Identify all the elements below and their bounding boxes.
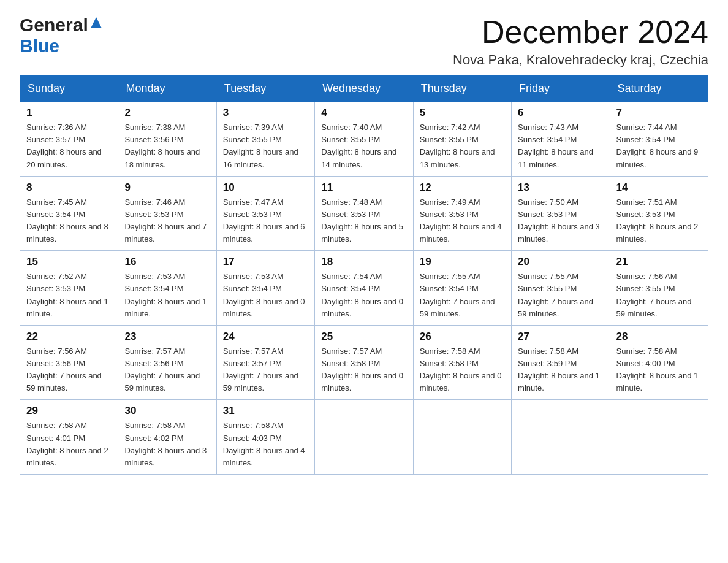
day-info: Sunrise: 7:55 AMSunset: 3:55 PMDaylight:… [518, 270, 603, 320]
calendar-cell: 18Sunrise: 7:54 AMSunset: 3:54 PMDayligh… [315, 251, 413, 326]
day-info: Sunrise: 7:50 AMSunset: 3:53 PMDaylight:… [518, 196, 603, 246]
day-number: 26 [420, 331, 505, 343]
page-header: General Blue December 2024 Nova Paka, Kr… [20, 15, 708, 68]
calendar-cell [610, 400, 708, 475]
day-number: 14 [616, 182, 702, 194]
day-info: Sunrise: 7:54 AMSunset: 3:54 PMDaylight:… [321, 270, 406, 320]
calendar-cell: 31Sunrise: 7:58 AMSunset: 4:03 PMDayligh… [216, 400, 314, 475]
calendar-cell: 5Sunrise: 7:42 AMSunset: 3:55 PMDaylight… [413, 102, 511, 177]
day-number: 23 [124, 331, 210, 343]
calendar-cell: 15Sunrise: 7:52 AMSunset: 3:53 PMDayligh… [20, 251, 118, 326]
day-number: 22 [26, 331, 112, 343]
day-number: 11 [321, 182, 406, 194]
calendar-cell: 24Sunrise: 7:57 AMSunset: 3:57 PMDayligh… [216, 325, 314, 400]
calendar-cell: 23Sunrise: 7:57 AMSunset: 3:56 PMDayligh… [118, 325, 216, 400]
day-info: Sunrise: 7:55 AMSunset: 3:54 PMDaylight:… [420, 270, 505, 320]
day-info: Sunrise: 7:46 AMSunset: 3:53 PMDaylight:… [124, 196, 210, 246]
calendar-cell: 26Sunrise: 7:58 AMSunset: 3:58 PMDayligh… [413, 325, 511, 400]
week-row-3: 15Sunrise: 7:52 AMSunset: 3:53 PMDayligh… [20, 251, 708, 326]
day-number: 6 [518, 107, 603, 119]
calendar-cell: 12Sunrise: 7:49 AMSunset: 3:53 PMDayligh… [413, 176, 511, 251]
day-info: Sunrise: 7:45 AMSunset: 3:54 PMDaylight:… [26, 196, 112, 246]
calendar-cell: 22Sunrise: 7:56 AMSunset: 3:56 PMDayligh… [20, 325, 118, 400]
day-number: 4 [321, 107, 406, 119]
day-info: Sunrise: 7:52 AMSunset: 3:53 PMDaylight:… [26, 270, 112, 320]
day-info: Sunrise: 7:58 AMSunset: 4:00 PMDaylight:… [616, 345, 702, 395]
day-info: Sunrise: 7:43 AMSunset: 3:54 PMDaylight:… [518, 121, 603, 171]
day-number: 16 [124, 256, 210, 268]
day-number: 20 [518, 256, 603, 268]
calendar-cell: 30Sunrise: 7:58 AMSunset: 4:02 PMDayligh… [118, 400, 216, 475]
calendar-cell: 29Sunrise: 7:58 AMSunset: 4:01 PMDayligh… [20, 400, 118, 475]
calendar-cell: 13Sunrise: 7:50 AMSunset: 3:53 PMDayligh… [512, 176, 610, 251]
day-info: Sunrise: 7:48 AMSunset: 3:53 PMDaylight:… [321, 196, 406, 246]
logo-general: General [20, 15, 88, 36]
calendar-cell: 20Sunrise: 7:55 AMSunset: 3:55 PMDayligh… [512, 251, 610, 326]
day-number: 17 [223, 256, 308, 268]
day-number: 3 [223, 107, 308, 119]
weekday-header-monday: Monday [118, 76, 216, 102]
day-number: 5 [420, 107, 505, 119]
calendar-cell [315, 400, 413, 475]
day-number: 2 [124, 107, 210, 119]
calendar-cell: 6Sunrise: 7:43 AMSunset: 3:54 PMDaylight… [512, 102, 610, 177]
calendar-cell [512, 400, 610, 475]
calendar-cell: 21Sunrise: 7:56 AMSunset: 3:55 PMDayligh… [610, 251, 708, 326]
logo-blue: Blue [20, 36, 59, 56]
calendar-cell: 16Sunrise: 7:53 AMSunset: 3:54 PMDayligh… [118, 251, 216, 326]
logo-triangle-icon [89, 16, 103, 29]
weekday-header-wednesday: Wednesday [315, 76, 413, 102]
weekday-header-sunday: Sunday [20, 76, 118, 102]
day-number: 19 [420, 256, 505, 268]
day-info: Sunrise: 7:56 AMSunset: 3:56 PMDaylight:… [26, 345, 112, 395]
day-info: Sunrise: 7:57 AMSunset: 3:57 PMDaylight:… [223, 345, 308, 395]
week-row-4: 22Sunrise: 7:56 AMSunset: 3:56 PMDayligh… [20, 325, 708, 400]
calendar-cell: 10Sunrise: 7:47 AMSunset: 3:53 PMDayligh… [216, 176, 314, 251]
calendar-cell: 3Sunrise: 7:39 AMSunset: 3:55 PMDaylight… [216, 102, 314, 177]
day-info: Sunrise: 7:36 AMSunset: 3:57 PMDaylight:… [26, 121, 112, 171]
day-number: 7 [616, 107, 702, 119]
day-info: Sunrise: 7:38 AMSunset: 3:56 PMDaylight:… [124, 121, 210, 171]
calendar-cell: 14Sunrise: 7:51 AMSunset: 3:53 PMDayligh… [610, 176, 708, 251]
calendar-cell: 2Sunrise: 7:38 AMSunset: 3:56 PMDaylight… [118, 102, 216, 177]
day-info: Sunrise: 7:58 AMSunset: 4:03 PMDaylight:… [223, 419, 308, 469]
day-info: Sunrise: 7:58 AMSunset: 4:02 PMDaylight:… [124, 419, 210, 469]
day-number: 1 [26, 107, 112, 119]
calendar-cell [413, 400, 511, 475]
day-number: 30 [124, 405, 210, 417]
calendar-cell: 8Sunrise: 7:45 AMSunset: 3:54 PMDaylight… [20, 176, 118, 251]
calendar-location: Nova Paka, Kralovehradecky kraj, Czechia [453, 52, 708, 68]
day-number: 24 [223, 331, 308, 343]
week-row-2: 8Sunrise: 7:45 AMSunset: 3:54 PMDaylight… [20, 176, 708, 251]
day-number: 13 [518, 182, 603, 194]
calendar-cell: 4Sunrise: 7:40 AMSunset: 3:55 PMDaylight… [315, 102, 413, 177]
calendar-cell: 27Sunrise: 7:58 AMSunset: 3:59 PMDayligh… [512, 325, 610, 400]
calendar-cell: 19Sunrise: 7:55 AMSunset: 3:54 PMDayligh… [413, 251, 511, 326]
svg-marker-0 [91, 17, 102, 28]
day-number: 15 [26, 256, 112, 268]
calendar-cell: 11Sunrise: 7:48 AMSunset: 3:53 PMDayligh… [315, 176, 413, 251]
calendar-cell: 17Sunrise: 7:53 AMSunset: 3:54 PMDayligh… [216, 251, 314, 326]
day-info: Sunrise: 7:58 AMSunset: 3:58 PMDaylight:… [420, 345, 505, 395]
day-number: 8 [26, 182, 112, 194]
weekday-header-friday: Friday [512, 76, 610, 102]
day-number: 29 [26, 405, 112, 417]
calendar-header: SundayMondayTuesdayWednesdayThursdayFrid… [20, 76, 708, 102]
day-info: Sunrise: 7:53 AMSunset: 3:54 PMDaylight:… [124, 270, 210, 320]
day-info: Sunrise: 7:47 AMSunset: 3:53 PMDaylight:… [223, 196, 308, 246]
day-info: Sunrise: 7:40 AMSunset: 3:55 PMDaylight:… [321, 121, 406, 171]
day-number: 18 [321, 256, 406, 268]
week-row-1: 1Sunrise: 7:36 AMSunset: 3:57 PMDaylight… [20, 102, 708, 177]
logo: General Blue [20, 15, 103, 56]
calendar-cell: 9Sunrise: 7:46 AMSunset: 3:53 PMDaylight… [118, 176, 216, 251]
day-info: Sunrise: 7:51 AMSunset: 3:53 PMDaylight:… [616, 196, 702, 246]
day-info: Sunrise: 7:42 AMSunset: 3:55 PMDaylight:… [420, 121, 505, 171]
day-number: 21 [616, 256, 702, 268]
day-info: Sunrise: 7:57 AMSunset: 3:56 PMDaylight:… [124, 345, 210, 395]
weekday-header-saturday: Saturday [610, 76, 708, 102]
weekday-header-tuesday: Tuesday [216, 76, 314, 102]
title-block: December 2024 Nova Paka, Kralovehradecky… [453, 15, 708, 68]
day-info: Sunrise: 7:44 AMSunset: 3:54 PMDaylight:… [616, 121, 702, 171]
calendar-cell: 25Sunrise: 7:57 AMSunset: 3:58 PMDayligh… [315, 325, 413, 400]
day-info: Sunrise: 7:39 AMSunset: 3:55 PMDaylight:… [223, 121, 308, 171]
